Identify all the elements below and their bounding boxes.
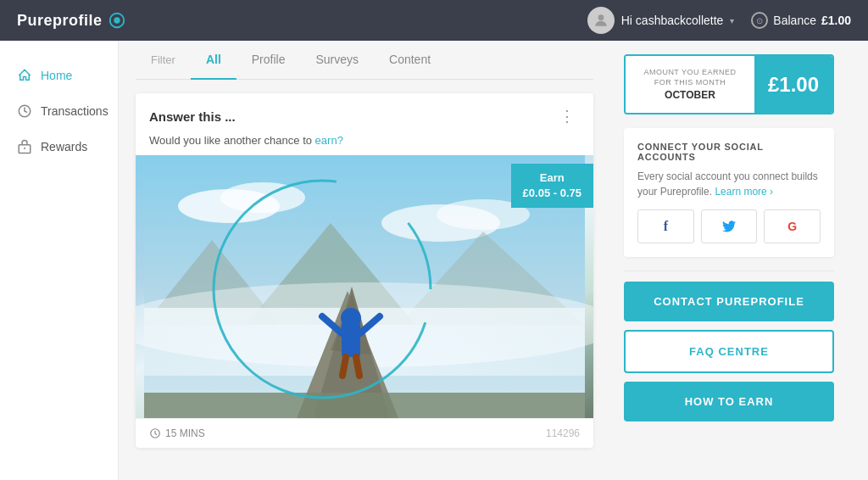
card-footer: 15 MINS 114296 xyxy=(136,418,593,448)
logo-icon xyxy=(108,11,126,30)
svg-line-24 xyxy=(342,357,346,376)
svg-line-25 xyxy=(356,357,359,376)
transactions-icon xyxy=(17,103,32,119)
card-menu-icon[interactable]: ⋮ xyxy=(554,105,580,127)
rewards-icon xyxy=(17,139,32,154)
tab-content[interactable]: Content xyxy=(374,41,446,80)
tab-all[interactable]: All xyxy=(191,41,236,80)
social-buttons-group: f G xyxy=(637,209,821,243)
sidebar-item-home[interactable]: Home xyxy=(0,58,118,93)
earn-label: Earn xyxy=(523,170,581,186)
earn-amount: £0.05 - 0.75 xyxy=(523,186,581,201)
svg-rect-20 xyxy=(144,393,585,418)
social-title: CONNECT YOUR SOCIAL ACCOUNTS xyxy=(637,142,821,162)
user-greeting: Hi cashbackcollette xyxy=(621,14,724,27)
balance-display: ⊙ Balance £1.00 xyxy=(751,12,851,29)
contact-pureprofile-button[interactable]: CONTACT PUREPROFILE xyxy=(624,282,834,321)
time-label: 15 MINS xyxy=(165,427,205,439)
how-to-earn-button[interactable]: HOW TO EARN xyxy=(624,382,834,421)
clock-icon xyxy=(149,427,161,439)
card-time: 15 MINS xyxy=(149,427,205,439)
earnings-value: £1.00 xyxy=(768,73,819,97)
right-panel: AMOUNT YOU EARNED FOR THIS MONTH OCTOBER… xyxy=(610,41,848,480)
svg-point-1 xyxy=(114,17,120,23)
balance-icon: ⊙ xyxy=(751,12,768,29)
user-menu[interactable]: Hi cashbackcollette ▾ xyxy=(587,7,735,34)
social-description: Every social account you connect builds … xyxy=(637,169,821,199)
main-wrapper: Filter All Profile Surveys Content Answe… xyxy=(119,41,868,480)
card-header: Answer this ... ⋮ xyxy=(136,93,593,134)
google-button[interactable]: G xyxy=(764,209,821,243)
logo: Pureprofile xyxy=(17,11,126,30)
top-navigation: Pureprofile Hi cashbackcollette ▾ ⊙ Bala… xyxy=(0,0,868,41)
earnings-amount: £1.00 xyxy=(754,56,832,113)
content-area: Filter All Profile Surveys Content Answe… xyxy=(119,41,610,480)
sidebar-item-rewards[interactable]: Rewards xyxy=(0,129,118,165)
nav-right: Hi cashbackcollette ▾ ⊙ Balance £1.00 xyxy=(587,7,851,34)
earnings-card: AMOUNT YOU EARNED FOR THIS MONTH OCTOBER… xyxy=(624,54,834,114)
earn-link[interactable]: earn? xyxy=(315,134,343,147)
chevron-down-icon: ▾ xyxy=(730,16,734,25)
sidebar-label-transactions: Transactions xyxy=(41,104,108,118)
home-icon xyxy=(17,68,32,83)
logo-text: Pureprofile xyxy=(17,12,103,30)
avatar xyxy=(587,7,615,34)
earnings-top-text: AMOUNT YOU EARNED FOR THIS MONTH xyxy=(636,68,744,87)
card-id: 114296 xyxy=(546,427,580,439)
feed-card: Answer this ... ⋮ Would you like another… xyxy=(136,93,593,448)
card-title: Answer this ... xyxy=(149,109,236,124)
sidebar-item-transactions[interactable]: Transactions xyxy=(0,93,118,129)
svg-point-26 xyxy=(341,308,361,328)
image-background: Earn £0.05 - 0.75 xyxy=(136,155,593,418)
earnings-month: OCTOBER xyxy=(636,89,744,101)
filter-tabs: Filter All Profile Surveys Content xyxy=(136,41,593,80)
sidebar-label-rewards: Rewards xyxy=(41,140,87,153)
tab-surveys[interactable]: Surveys xyxy=(300,41,374,80)
svg-point-2 xyxy=(598,14,604,20)
social-connect-card: CONNECT YOUR SOCIAL ACCOUNTS Every socia… xyxy=(624,128,834,257)
card-image: Earn £0.05 - 0.75 xyxy=(136,155,593,418)
filter-label: Filter xyxy=(136,42,191,80)
balance-label: Balance xyxy=(773,14,816,27)
earnings-label: AMOUNT YOU EARNED FOR THIS MONTH OCTOBER xyxy=(626,56,754,113)
faq-centre-button[interactable]: FAQ CENTRE xyxy=(624,330,834,373)
earn-badge: Earn £0.05 - 0.75 xyxy=(511,164,593,208)
balance-amount: £1.00 xyxy=(821,14,851,27)
twitter-button[interactable] xyxy=(701,209,758,243)
facebook-button[interactable]: f xyxy=(637,209,694,243)
learn-more-link[interactable]: Learn more › xyxy=(715,186,773,198)
sidebar-label-home: Home xyxy=(41,69,72,82)
sidebar: Home Transactions Rewards xyxy=(0,41,119,480)
divider xyxy=(624,271,834,271)
card-subtitle: Would you like another chance to earn? xyxy=(136,134,593,155)
tab-profile[interactable]: Profile xyxy=(236,41,301,80)
